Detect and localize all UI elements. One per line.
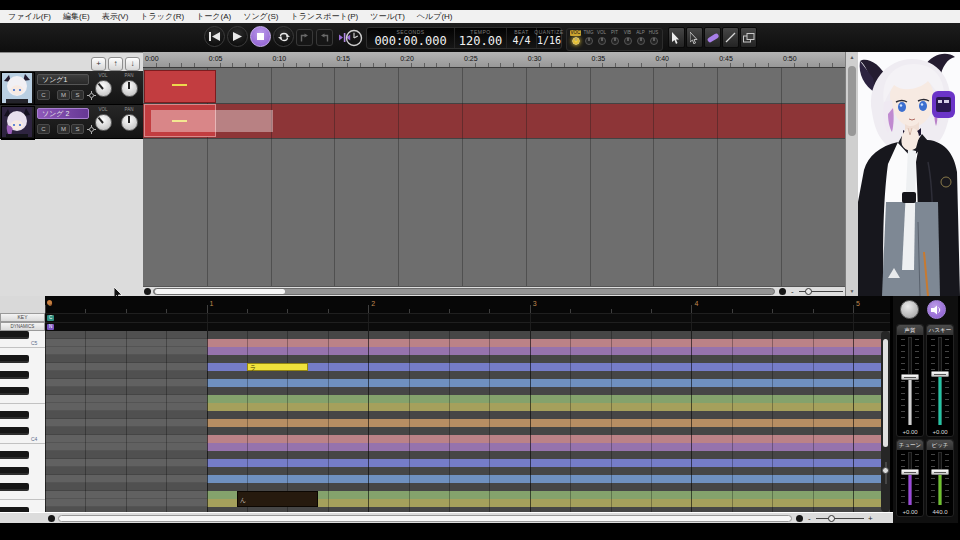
tempo-display[interactable]: TEMPO 120.00 [455, 28, 507, 48]
piano-roll-row[interactable] [45, 483, 890, 491]
scroll-up-arrow[interactable]: ▲ [846, 52, 858, 62]
mini-knob[interactable] [598, 37, 606, 45]
piano-roll-row[interactable] [45, 451, 890, 459]
piano-roll-row[interactable] [45, 371, 890, 379]
v-scrollbar-thumb[interactable] [883, 339, 888, 447]
param-knob-voc[interactable]: VOC [569, 30, 582, 49]
select-tool-button[interactable] [686, 27, 703, 48]
slider-handle[interactable] [931, 371, 949, 377]
menu-item[interactable]: トランスポート(P) [286, 11, 366, 22]
track1-clip[interactable] [144, 70, 216, 103]
param-knob-tmg[interactable]: TMG [582, 30, 595, 49]
track1-pan-knob[interactable]: PAN [118, 73, 140, 97]
piano-key-black[interactable] [0, 483, 29, 491]
piano-roll-row[interactable] [45, 339, 890, 347]
vertical-slider[interactable] [927, 337, 953, 425]
mini-knob[interactable] [611, 37, 619, 45]
piano-roll-grid[interactable]: ラん [45, 331, 890, 512]
menu-item[interactable]: トラック(R) [136, 11, 192, 22]
clip-tool-button[interactable] [740, 27, 757, 48]
piano-roll-row[interactable] [45, 355, 890, 363]
piano-roll-row[interactable] [45, 347, 890, 355]
move-track-up-button[interactable]: ↑ [108, 57, 123, 71]
scroll-left-button[interactable] [48, 515, 55, 522]
listen-button[interactable] [927, 300, 946, 319]
line-tool-button[interactable] [722, 27, 739, 48]
pan-knob[interactable] [121, 114, 138, 131]
v-zoom-thumb[interactable] [882, 467, 889, 474]
menu-item[interactable]: 表示(V) [98, 11, 137, 22]
volume-knob[interactable] [95, 114, 112, 131]
piano-roll-row[interactable] [45, 491, 890, 499]
menu-item[interactable]: ファイル(F) [4, 11, 59, 22]
dynamics-row-header[interactable]: DYNAMICS [0, 322, 45, 331]
piano-roll-row[interactable] [45, 467, 890, 475]
mini-knob[interactable] [624, 37, 632, 45]
punch-in-button[interactable] [296, 29, 313, 46]
menu-item[interactable]: ソング(S) [239, 11, 286, 22]
dynamics-badge[interactable]: N [47, 324, 54, 330]
track2-mute-button[interactable]: M [57, 124, 70, 134]
track2-name[interactable]: ソング 2 [37, 108, 89, 119]
skip-to-start-button[interactable] [204, 26, 225, 47]
arrangement-v-scrollbar[interactable]: ▲ ▼ [845, 52, 858, 296]
v-scrollbar-thumb[interactable] [848, 66, 856, 136]
piano-roll-row[interactable] [45, 411, 890, 419]
vertical-slider[interactable] [897, 452, 923, 505]
piano-key-black[interactable] [0, 355, 29, 363]
piano-roll-row[interactable] [45, 427, 890, 435]
arrangement-h-scrollbar[interactable]: - + [143, 286, 845, 296]
mini-knob[interactable] [572, 37, 580, 45]
piano-roll-row[interactable] [45, 459, 890, 467]
beat-display[interactable]: BEAT 4/4 [507, 28, 537, 48]
track-header-2[interactable]: ソング 2 C M S VOL PAN [0, 105, 143, 139]
move-track-down-button[interactable]: ↓ [125, 57, 140, 71]
stop-button[interactable] [250, 26, 271, 47]
mini-knob[interactable] [637, 37, 645, 45]
piano-roll-row[interactable] [45, 379, 890, 387]
piano-key-black[interactable] [0, 451, 29, 459]
arrangement-area[interactable]: 0:000:050:100:150:200:250:300:350:400:45… [143, 52, 845, 296]
piano-roll-row[interactable] [45, 443, 890, 451]
scroll-right-button[interactable] [796, 515, 803, 522]
volume-knob[interactable] [95, 80, 112, 97]
piano-key-black[interactable] [0, 467, 29, 475]
param-knob-pit[interactable]: PIT [608, 30, 621, 49]
piano-roll-row[interactable] [45, 435, 890, 443]
track2-c-button[interactable]: C [37, 124, 50, 134]
arrangement-time-ruler[interactable]: 0:000:050:100:150:200:250:300:350:400:45… [143, 52, 845, 68]
param-knob-hus[interactable]: HUS [647, 30, 660, 49]
piano-roll-v-scrollbar[interactable] [881, 331, 890, 512]
scrollbar-track[interactable] [58, 515, 792, 522]
piano-roll-row[interactable] [45, 331, 890, 339]
punch-out-button[interactable] [316, 29, 333, 46]
vertical-slider[interactable] [897, 337, 923, 425]
piano-key-black[interactable] [0, 371, 29, 379]
piano-roll-row[interactable] [45, 475, 890, 483]
scroll-right-button[interactable] [779, 288, 786, 295]
zoom-out-button[interactable]: - [808, 514, 811, 523]
track2-voice-avatar[interactable] [1, 106, 35, 140]
metronome-button[interactable] [345, 29, 363, 47]
zoom-slider[interactable] [816, 518, 864, 519]
param-knob-alp[interactable]: ALP [634, 30, 647, 49]
midi-note[interactable]: ん [237, 491, 318, 507]
piano-key-black[interactable] [0, 411, 29, 419]
track2-volume-knob[interactable]: VOL [92, 107, 114, 131]
menu-item[interactable]: ヘルプ(H) [413, 11, 461, 22]
mini-knob[interactable] [585, 37, 593, 45]
track2-solo-button[interactable]: S [71, 124, 84, 134]
piano-roll-row[interactable] [45, 387, 890, 395]
piano-key-black[interactable] [0, 387, 29, 395]
scrollbar-thumb[interactable] [155, 289, 285, 294]
scroll-down-arrow[interactable]: ▼ [846, 286, 858, 296]
key-badge[interactable]: C [47, 315, 54, 321]
menu-item[interactable]: 編集(E) [59, 11, 98, 22]
quantize-display[interactable]: QUANTIZE 1/16 [537, 28, 561, 48]
param-knob-vib[interactable]: VIB [621, 30, 634, 49]
voice-config-button[interactable] [900, 300, 919, 319]
cursor-tool-button[interactable] [668, 27, 685, 48]
zoom-slider-thumb[interactable] [805, 288, 812, 295]
play-button[interactable] [227, 26, 248, 47]
midi-note[interactable]: ラ [247, 363, 308, 371]
